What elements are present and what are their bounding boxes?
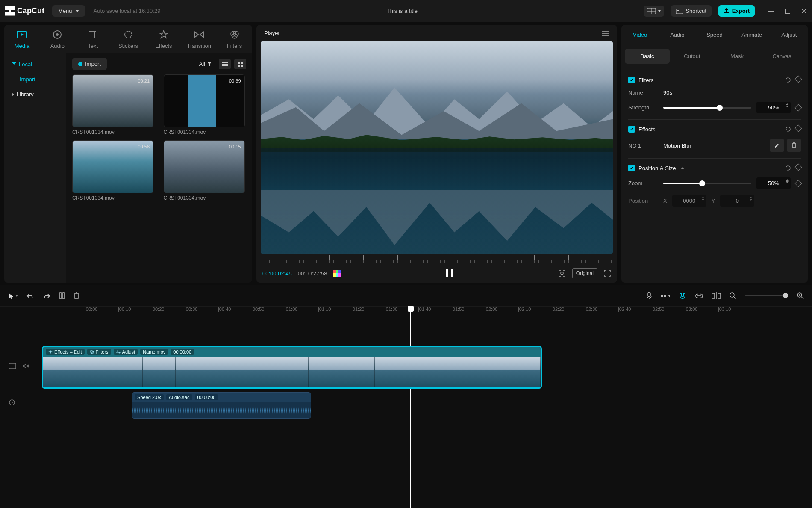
ruler-tick: |00:20 (151, 307, 164, 312)
video-track-icon[interactable] (9, 363, 16, 369)
align-button[interactable] (712, 292, 721, 299)
project-title[interactable]: This is a title (387, 8, 418, 14)
insp-tab-video[interactable]: Video (621, 25, 659, 45)
tab-stickers[interactable]: Stickers (111, 25, 146, 53)
undo-button[interactable] (26, 293, 34, 299)
tab-filters[interactable]: Filters (217, 25, 252, 53)
selection-tool[interactable] (8, 292, 18, 300)
menu-button[interactable]: Menu (52, 5, 85, 17)
keyframe-button[interactable] (795, 180, 802, 187)
reset-icon[interactable] (785, 126, 791, 133)
time-icon[interactable] (9, 399, 15, 406)
spinner-icon[interactable] (701, 197, 705, 201)
clip-item[interactable]: 00:39 CRST001334.mov (164, 74, 247, 135)
keyframe-button[interactable] (795, 76, 802, 83)
original-button[interactable]: Original (572, 268, 597, 278)
keyframe-button[interactable] (795, 164, 802, 171)
mute-icon[interactable] (22, 363, 29, 369)
reset-icon[interactable] (785, 77, 791, 83)
clip-tag-adjust[interactable]: Adjust (114, 349, 138, 355)
insp-tab-audio[interactable]: Audio (659, 25, 696, 45)
subtab-cutout[interactable]: Cutout (670, 49, 715, 64)
sidebar-item-import[interactable]: Import (4, 72, 66, 87)
clip-thumbnail: 00:58 (72, 140, 153, 193)
view-list-button[interactable] (219, 59, 231, 69)
clip-tag-filters[interactable]: Filters (87, 349, 111, 355)
effect-name: Motion Blur (663, 142, 691, 149)
zoom-out-button[interactable] (729, 292, 737, 300)
sidebar-item-library[interactable]: Library (4, 87, 66, 102)
sidebar-item-local[interactable]: Local (4, 57, 66, 72)
clip-item[interactable]: 00:21 CRST001334.mov (72, 74, 155, 135)
delete-effect-button[interactable] (787, 139, 801, 152)
clip-grid: 00:21 CRST001334.mov 00:39 CRST001334.mo… (72, 74, 246, 201)
spinner-icon[interactable] (749, 197, 753, 201)
play-pause-button[interactable] (446, 269, 453, 277)
magnet-button[interactable] (679, 292, 686, 299)
timeline-ruler[interactable]: |00:00|00:10|00:20|00:30|00:40|00:50|01:… (0, 307, 812, 317)
position-y-input[interactable]: 0 (720, 195, 754, 207)
effects-checkbox[interactable] (628, 126, 635, 133)
tab-label: Media (15, 43, 29, 49)
tab-transition[interactable]: Transition (181, 25, 217, 53)
clip-tag-effects[interactable]: Effects – Edit (46, 349, 85, 355)
close-button[interactable] (801, 8, 807, 14)
import-button[interactable]: Import (72, 58, 107, 70)
insp-tab-animate[interactable]: Animate (733, 25, 771, 45)
video-clip[interactable]: Effects – Edit Filters Adjust Name.mov 0… (42, 346, 542, 389)
maximize-button[interactable] (785, 8, 791, 14)
edit-effect-button[interactable] (770, 139, 784, 152)
tab-media[interactable]: Media (4, 25, 40, 53)
insp-tab-adjust[interactable]: Adjust (771, 25, 808, 45)
timeline-zoom-slider[interactable] (745, 295, 788, 296)
scopes-button[interactable] (333, 270, 341, 277)
ripple-button[interactable] (661, 293, 670, 298)
tab-effects[interactable]: Effects (146, 25, 181, 53)
tracks-area[interactable]: Effects – Edit Filters Adjust Name.mov 0… (42, 317, 812, 419)
insp-tab-speed[interactable]: Speed (696, 25, 733, 45)
subtab-basic[interactable]: Basic (625, 49, 670, 64)
pos-checkbox[interactable] (628, 165, 635, 171)
subtab-mask[interactable]: Mask (715, 49, 759, 64)
spinner-icon[interactable] (786, 179, 789, 183)
chevron-up-icon[interactable] (681, 167, 684, 169)
split-button[interactable] (59, 292, 65, 300)
layout-button[interactable] (644, 6, 664, 17)
clip-item[interactable]: 00:58 CRST001334.mov (72, 140, 155, 201)
reset-icon[interactable] (785, 165, 791, 171)
subtab-canvas[interactable]: Canvas (759, 49, 804, 64)
player-menu-button[interactable] (602, 31, 609, 36)
minimize-button[interactable] (768, 8, 774, 14)
position-x-input[interactable]: 0000 (672, 195, 706, 207)
view-grid-button[interactable] (234, 59, 246, 69)
player-ruler[interactable] (261, 255, 613, 264)
filter-all-button[interactable]: All (196, 59, 215, 69)
svg-rect-26 (602, 35, 609, 36)
tab-text[interactable]: Text (75, 25, 111, 53)
svg-rect-27 (446, 269, 448, 277)
zoom-slider[interactable] (663, 183, 751, 184)
clip-item[interactable]: 00:15 CRST001334.mov (164, 140, 247, 201)
export-button[interactable]: Export (718, 5, 755, 17)
mic-button[interactable] (646, 292, 652, 300)
fullscreen-icon[interactable] (603, 269, 611, 277)
menu-label: Menu (58, 8, 72, 14)
zoom-value-input[interactable]: 50% (756, 177, 791, 189)
frame-grab-icon[interactable] (558, 269, 566, 278)
shortcut-button[interactable]: Shortcut (671, 5, 711, 17)
strength-value-input[interactable]: 50% (756, 102, 791, 113)
tab-audio[interactable]: Audio (40, 25, 75, 53)
delete-button[interactable] (74, 292, 79, 299)
redo-button[interactable] (43, 293, 50, 299)
audio-clip[interactable]: Speed 2.0x Audio.aac 00:00:00 (132, 392, 311, 419)
svg-rect-23 (241, 65, 243, 67)
link-button[interactable] (695, 293, 703, 298)
app-logo: CapCut (5, 6, 44, 16)
video-preview[interactable] (261, 41, 613, 254)
filters-checkbox[interactable] (628, 77, 635, 83)
zoom-in-button[interactable] (797, 292, 804, 300)
keyframe-button[interactable] (795, 104, 802, 111)
strength-slider[interactable] (663, 107, 751, 109)
keyframe-button[interactable] (795, 125, 802, 132)
spinner-icon[interactable] (786, 103, 789, 107)
